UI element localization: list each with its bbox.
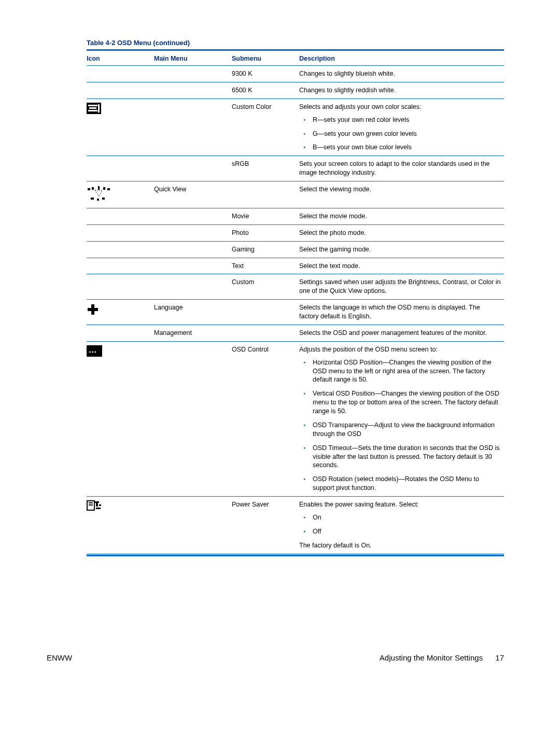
svg-rect-5 — [92, 187, 94, 190]
description-text: Select the movie mode. — [299, 212, 501, 221]
cell-main-menu — [154, 99, 232, 156]
bullet-item: Off — [299, 527, 501, 536]
cell-icon — [87, 181, 154, 208]
cell-icon — [87, 156, 154, 181]
cell-submenu: 6500 K — [232, 82, 299, 99]
table-row: 9300 KChanges to slightly blueish white. — [87, 66, 504, 82]
cell-main-menu — [154, 497, 232, 554]
cell-submenu: Power Saver — [232, 497, 299, 554]
description-trailing: The factory default is On. — [299, 541, 501, 550]
description-text: Select the text mode. — [299, 262, 501, 271]
cell-description: Adjusts the position of the OSD menu scr… — [299, 341, 504, 496]
cell-description: Select the gaming mode. — [299, 241, 504, 258]
svg-rect-15 — [88, 308, 98, 311]
plus-icon — [87, 303, 101, 315]
cell-main-menu — [154, 224, 232, 241]
description-text: Selects the OSD and power management fea… — [299, 329, 501, 338]
description-text: Adjusts the position of the OSD menu scr… — [299, 345, 501, 354]
cell-submenu: Custom Color — [232, 99, 299, 156]
table-row: Custom ColorSelects and adjusts your own… — [87, 99, 504, 156]
cell-description: Selects and adjusts your own color scale… — [299, 99, 504, 156]
cell-description: Enables the power saving feature. Select… — [299, 497, 504, 554]
svg-rect-23 — [96, 502, 98, 507]
description-text: Select the gaming mode. — [299, 245, 501, 254]
cell-icon — [87, 258, 154, 274]
cell-submenu: Custom — [232, 274, 299, 300]
cell-icon — [87, 300, 154, 325]
cell-submenu: Text — [232, 258, 299, 274]
description-text: Settings saved when user adjusts the Bri… — [299, 278, 501, 296]
header-main: Main Menu — [154, 51, 232, 66]
cell-main-menu — [154, 241, 232, 258]
description-text: Selects the language in which the OSD me… — [299, 303, 501, 321]
page-number: 17 — [495, 653, 504, 662]
power-saver-icon — [87, 500, 101, 512]
bullet-item: G—sets your own green color levels — [299, 130, 501, 138]
cell-icon — [87, 224, 154, 241]
table-row: Quick ViewSelect the viewing mode. — [87, 181, 504, 208]
svg-rect-18 — [92, 352, 93, 353]
svg-rect-17 — [89, 352, 91, 353]
osd-control-icon — [87, 345, 101, 357]
table-row: CustomSettings saved when user adjusts t… — [87, 274, 504, 300]
cell-submenu: Gaming — [232, 241, 299, 258]
quickview-icon — [87, 185, 113, 202]
cell-icon — [87, 274, 154, 300]
cell-icon — [87, 66, 154, 82]
rule-thin-bottom — [87, 554, 504, 554]
cell-main-menu — [154, 156, 232, 181]
cell-icon — [87, 325, 154, 341]
description-text: Select the viewing mode. — [299, 185, 501, 194]
cell-description: Select the viewing mode. — [299, 181, 504, 208]
description-text: Changes to slightly reddish white. — [299, 86, 501, 95]
cell-description: Select the photo mode. — [299, 224, 504, 241]
cell-description: Sets your screen colors to adapt to the … — [299, 156, 504, 181]
svg-rect-26 — [96, 508, 101, 509]
table-row: LanguageSelects the language in which th… — [87, 300, 504, 325]
svg-rect-3 — [88, 110, 97, 111]
svg-rect-1 — [88, 105, 97, 106]
cell-submenu: 9300 K — [232, 66, 299, 82]
cell-submenu: Movie — [232, 208, 299, 224]
svg-rect-24 — [95, 501, 99, 503]
footer-left: ENWW — [47, 653, 72, 662]
rule-thick-top — [87, 49, 504, 51]
table-row: Power SaverEnables the power saving feat… — [87, 497, 504, 554]
cell-description: Selects the language in which the OSD me… — [299, 300, 504, 325]
osd-menu-table: Icon Main Menu Submenu Description 9300 … — [87, 51, 504, 554]
cell-description: Changes to slightly blueish white. — [299, 66, 504, 82]
cell-main-menu — [154, 274, 232, 300]
table-row: 6500 KChanges to slightly reddish white. — [87, 82, 504, 99]
cell-main-menu — [154, 66, 232, 82]
footer-section-title: Adjusting the Monitor Settings — [380, 653, 483, 662]
cell-submenu — [232, 300, 299, 325]
svg-marker-10 — [95, 190, 102, 196]
bullet-item: On — [299, 513, 501, 522]
page-footer: ENWW Adjusting the Monitor Settings 17 — [47, 653, 504, 662]
bullet-item: OSD Timeout—Sets the time duration in se… — [299, 444, 501, 470]
table-header-row: Icon Main Menu Submenu Description — [87, 51, 504, 66]
table-row: ManagementSelects the OSD and power mana… — [87, 325, 504, 341]
svg-rect-21 — [89, 502, 93, 503]
cell-icon — [87, 208, 154, 224]
cell-icon — [87, 241, 154, 258]
description-bullets: R—sets your own red color levelsG—sets y… — [299, 116, 501, 152]
header-icon: Icon — [87, 51, 154, 66]
cell-icon — [87, 497, 154, 554]
rule-thick-bottom — [87, 555, 504, 556]
description-text: Changes to slightly blueish white. — [299, 69, 501, 78]
cell-description: Selects the OSD and power management fea… — [299, 325, 504, 341]
cell-submenu — [232, 181, 299, 208]
description-text: Select the photo mode. — [299, 229, 501, 237]
cell-icon — [87, 82, 154, 99]
svg-rect-4 — [98, 104, 100, 113]
cell-main-menu: Management — [154, 325, 232, 341]
bullet-item: OSD Transparency—Adjust to view the back… — [299, 421, 501, 439]
description-text: Selects and adjusts your own color scale… — [299, 103, 501, 111]
cell-description: Changes to slightly reddish white. — [299, 82, 504, 99]
header-submenu: Submenu — [232, 51, 299, 66]
cell-submenu: Photo — [232, 224, 299, 241]
color-sliders-icon — [87, 103, 101, 114]
svg-rect-9 — [107, 188, 110, 190]
cell-description: Select the movie mode. — [299, 208, 504, 224]
